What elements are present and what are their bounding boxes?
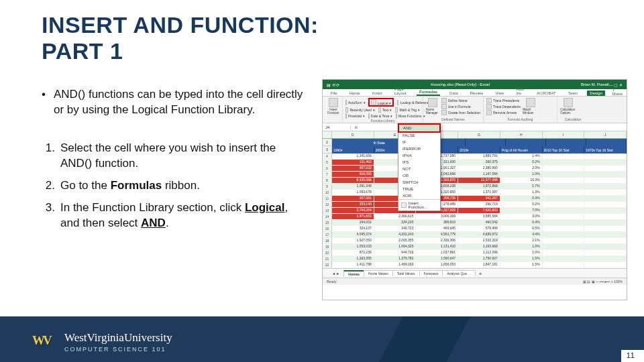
- ribbon-tab-formulas[interactable]: Formulas: [417, 89, 440, 96]
- sheet-tab-analysis-que-[interactable]: Analysis Que …: [442, 270, 476, 276]
- dropdown-insert-function[interactable]: Insert Function...: [398, 199, 440, 210]
- ribbon-group-calc: Calculation Options Calculation: [557, 97, 588, 123]
- ribbon-tab-insert[interactable]: Insert: [370, 90, 385, 96]
- ribbon-tab-review[interactable]: Review: [468, 90, 486, 96]
- ribbon-tab-page-layout[interactable]: Page Layout: [392, 86, 410, 96]
- dropdown-item-and[interactable]: AND: [398, 123, 441, 133]
- ribbon-tab-design[interactable]: Design: [587, 90, 605, 96]
- table-row: 101,093,6781,230,4791,320,8501,371,0871.…: [323, 190, 627, 196]
- ribbon-group-audit: Trace Precedents Trace Dependents Remove…: [484, 97, 557, 123]
- wvu-logo-text: WV: [32, 333, 50, 348]
- date-icon: [368, 113, 370, 119]
- excel-titlebar: ▤ ⟲ ⟳ Housing.xlsx [Read-Only] - Excel B…: [323, 80, 627, 89]
- group-label-calc: Calculation: [560, 117, 586, 121]
- table-title-row: 2 th State: [323, 139, 627, 146]
- window-controls: — ▢ ✕: [609, 82, 623, 87]
- table-row: 12253,143266,178278,489296,7190.2%: [323, 202, 627, 208]
- dropdown-item-ifna[interactable]: IFNA: [398, 152, 440, 159]
- column-headers: D E F G H I J: [323, 131, 627, 139]
- title-line-2: PART 1: [42, 38, 319, 64]
- slide-title: INSERT AND FUNCTION: PART 1: [42, 12, 319, 64]
- ribbon-tab-file[interactable]: File: [328, 90, 340, 96]
- logical-dropdown: ANDFALSEIFIFERRORIFNAIFSNOTORSWITCHTRUEX…: [398, 123, 441, 211]
- table-row: 41,341,6561,737,0801,883,7911.4%: [323, 154, 627, 160]
- university-name: WestVirginiaUniversity: [64, 331, 172, 345]
- ribbon-tab-add-ins[interactable]: Add-ins: [513, 86, 527, 96]
- add-sheet-button[interactable]: ⊕: [475, 272, 486, 276]
- watch-icon: [526, 98, 535, 107]
- footer-bar: WV WestVirginiaUniversity COMPUTER SCIEN…: [0, 316, 644, 362]
- fx-icon: [401, 202, 407, 208]
- step-1-text: Select the cell where you wish to insert…: [60, 141, 303, 172]
- user-name: Brian M. Powell: [581, 82, 609, 86]
- table-row: 11207,081247,497298,736342,2970.3%: [323, 196, 627, 202]
- bullet-dot: •: [42, 87, 54, 118]
- math-icon: [395, 107, 398, 113]
- dropdown-item-iferror[interactable]: IFERROR: [398, 145, 440, 152]
- table-row: 174,045,3744,202,2404,591,7794,836,9724.…: [323, 232, 627, 238]
- step-1: 1. Select the cell where you wish to ins…: [42, 141, 303, 172]
- dropdown-item-ifs[interactable]: IFS: [398, 159, 440, 166]
- sigma-icon: [345, 100, 347, 105]
- dropdown-item-or[interactable]: OR: [398, 172, 440, 179]
- sheet-tab-homes[interactable]: Homes: [343, 270, 364, 277]
- financial-icon: [345, 113, 347, 119]
- ribbon: Insert Function AutoSum ▾ Logical ▾ Look…: [323, 97, 627, 123]
- dropdown-item-not[interactable]: NOT: [398, 166, 440, 172]
- table-row: 6957,0321,901,3272,380,9902.0%: [323, 166, 627, 172]
- table-row: 15294,052334,235389,810460,5420.4%: [323, 220, 627, 226]
- sheet-tab-forecasts[interactable]: Forecasts: [419, 270, 443, 276]
- ribbon-tab-home[interactable]: Home: [347, 90, 363, 96]
- table-row: 221,411,7881,499,2691,656,0531,847,1811.…: [323, 262, 627, 268]
- name-box[interactable]: J4: [323, 125, 351, 129]
- watch-window-button[interactable]: Watch Window: [523, 98, 539, 115]
- name-manager-button[interactable]: Name Manager: [426, 98, 439, 115]
- table-header-row: 3 1990 ▾ 2000 ▾ 2010 ▾ 2010 ▾ Pctg of Al…: [323, 146, 627, 154]
- step-3-text: In the Function Library section, click L…: [60, 200, 303, 231]
- sheet-tab-home-values[interactable]: Home Values: [364, 270, 393, 276]
- ribbon-tab-view[interactable]: View: [492, 90, 506, 96]
- wvu-logo: WV: [31, 333, 58, 351]
- table-row: 133,744,2545,134,8696,337,9297,420,8027.…: [323, 208, 627, 214]
- logical-icon: [371, 99, 376, 105]
- define-icon: [441, 98, 447, 103]
- numbered-list: 1. Select the cell where you wish to ins…: [42, 141, 303, 231]
- zoom-controls[interactable]: ▦ ▤ ▣ — ━━●━━ + 100%: [583, 280, 623, 284]
- sheet-nav[interactable]: ◄ ►: [332, 272, 343, 276]
- table-row: 16324,107340,723469,645579,4080.5%: [323, 226, 627, 232]
- worksheet-grid: D E F G H I J 2 th State 3 1990 ▾ 2000 ▾…: [323, 131, 627, 268]
- step-2-text: Go to the Formulas ribbon.: [60, 178, 303, 194]
- dropdown-item-if[interactable]: IF: [398, 139, 440, 145]
- dropdown-item-false[interactable]: FALSE: [398, 132, 440, 139]
- ribbon-tab-team[interactable]: Team: [566, 90, 581, 96]
- table-row: 88,425,06611,502,87012,577,49810.3%: [323, 178, 627, 184]
- remove-icon: [486, 110, 492, 115]
- sheet-tabs: ◄ ►HomesHome ValuesTotal ValuesForecasts…: [323, 268, 627, 278]
- wvu-brand: WV WestVirginiaUniversity COMPUTER SCIEN…: [31, 331, 172, 353]
- step-2: 2. Go to the Formulas ribbon.: [42, 178, 303, 194]
- insert-function-button[interactable]: Insert Function: [325, 98, 341, 115]
- course-name: COMPUTER SCIENCE 101: [64, 346, 172, 353]
- step-3: 3. In the Function Library section, clic…: [42, 200, 303, 231]
- calc-icon: [564, 98, 573, 107]
- dropdown-item-switch[interactable]: SWITCH: [398, 179, 440, 186]
- group-label-names: Defined Names: [426, 117, 480, 121]
- ribbon-group-names: Name Manager Define Name Use in Formula …: [423, 97, 484, 123]
- dropdown-item-xor[interactable]: XOR: [398, 192, 440, 199]
- fx-label[interactable]: fx: [351, 125, 362, 129]
- quick-access: ▤ ⟲ ⟳: [327, 82, 339, 87]
- ribbon-tab-data[interactable]: Data: [447, 90, 461, 96]
- dropdown-item-true[interactable]: TRUE: [398, 186, 440, 192]
- calc-options-button[interactable]: Calculation Options: [560, 98, 576, 115]
- table-row: 7816,0651,042,6961,147,0841.0%: [323, 172, 627, 178]
- ribbon-tab-acrobat[interactable]: ACROBAT: [534, 90, 559, 96]
- use-icon: [441, 104, 447, 109]
- table-row: 181,927,0502,065,3552,336,3062,532,3192.…: [323, 238, 627, 244]
- lookup-icon: [397, 100, 398, 105]
- formula-bar: J4 fx: [323, 123, 627, 131]
- table-row: 5131,463221,600260,3750.2%: [323, 160, 627, 166]
- share-button[interactable]: ⇪ Share: [612, 87, 623, 96]
- doc-title: Housing.xlsx [Read-Only] - Excel: [339, 82, 581, 86]
- sheet-tab-total-values[interactable]: Total Values: [392, 270, 420, 276]
- logical-button[interactable]: Logical ▾: [368, 98, 394, 107]
